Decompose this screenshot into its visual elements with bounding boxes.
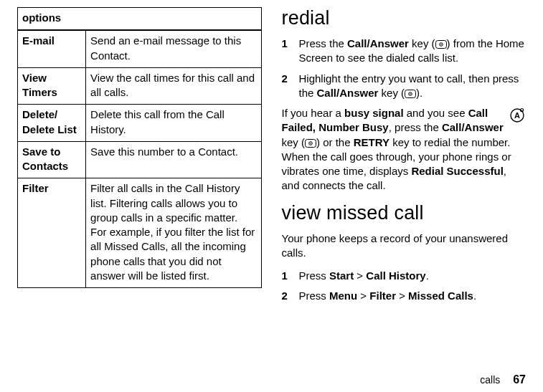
option-desc: Save this number to a Contact. [86,141,261,178]
call-key-icon [435,40,447,49]
svg-text:A: A [514,111,520,120]
feature-icon: A [509,106,526,123]
table-row: Filter Filter all calls in the Call Hist… [18,178,262,288]
svg-point-11 [310,143,311,144]
missed-step-2: 2 Press Menu > Filter > Missed Calls. [282,289,527,303]
options-header: options [18,8,262,31]
redial-heading: redial [282,7,527,29]
table-row: View Timers View the call times for this… [18,67,262,105]
option-desc: Delete this call from the Call History. [86,105,261,142]
table-row: E-mail Send an e-mail message to this Co… [18,30,262,67]
page-number: 67 [513,373,526,386]
step-number: 2 [282,289,299,303]
option-name: View Timers [18,67,86,105]
table-row: Save to Contacts Save this number to a C… [18,141,262,178]
step-number: 1 [282,269,299,283]
call-key-icon [405,90,416,98]
option-name: Save to Contacts [18,141,86,178]
footer-label: calls [480,374,500,386]
options-table: options E-mail Send an e-mail message to… [17,7,262,288]
redial-step-1: 1 Press the Call/Answer key () from the … [282,37,527,66]
missed-heading: view missed call [282,202,527,224]
option-name: Delete/ Delete List [18,105,86,142]
missed-intro: Your phone keeps a record of your unansw… [282,231,527,261]
call-key-icon [305,139,316,148]
svg-point-2 [440,44,442,45]
option-desc: Send an e-mail message to this Contact. [86,30,261,67]
step-number: 1 [282,37,299,66]
table-row: Delete/ Delete List Delete this call fro… [18,105,262,142]
option-desc: View the call times for this call and al… [86,67,261,105]
page-footer: calls 67 [480,373,526,386]
step-number: 2 [282,72,299,101]
svg-point-5 [410,93,411,95]
right-column: redial 1 Press the Call/Answer key () fr… [282,7,527,392]
left-column: options E-mail Send an e-mail message to… [17,7,262,392]
missed-step-1: 1 Press Start > Call History. [282,269,527,283]
redial-step-2: 2 Highlight the entry you want to call, … [282,72,527,101]
option-name: Filter [18,178,86,288]
option-name: E-mail [18,30,86,67]
busy-signal-paragraph: A If you hear a busy signal and you see … [282,106,527,193]
option-desc: Filter all calls in the Call History lis… [86,178,261,288]
